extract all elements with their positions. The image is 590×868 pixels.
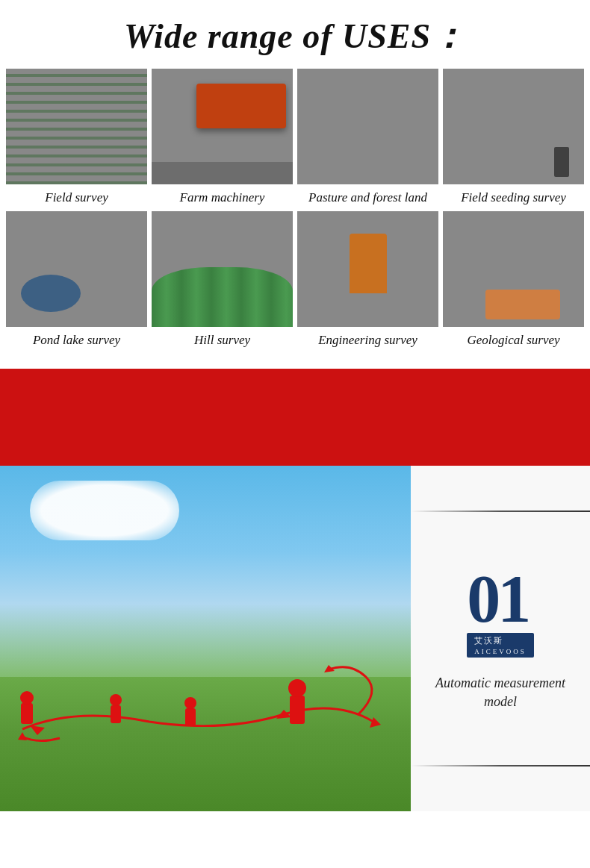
- auto-measure-label: Automatic measurement model: [426, 674, 575, 711]
- grid-item-field-survey: Field survey: [6, 69, 147, 208]
- field-seeding-image: [443, 69, 584, 184]
- geological-label: Geological survey: [465, 327, 561, 351]
- grid-item-farm-machinery: Farm machinery: [152, 69, 293, 208]
- red-banner: [0, 369, 590, 466]
- pasture-label: Pasture and forest land: [307, 184, 429, 208]
- grid-item-hill: Hill survey: [152, 211, 293, 351]
- pond-image: [6, 211, 147, 327]
- field-survey-label: Field survey: [43, 184, 110, 208]
- field-seeding-label: Field seeding survey: [459, 184, 568, 208]
- landscape-image: [0, 466, 411, 811]
- page-header: Wide range of USES：: [0, 0, 590, 69]
- info-panel: 01 艾沃斯AICEVOOS Automatic measurement mod…: [411, 466, 590, 811]
- farm-machinery-image: [152, 69, 293, 184]
- hill-image: [152, 211, 293, 327]
- pasture-image: [297, 69, 438, 184]
- svg-marker-11: [324, 665, 335, 672]
- geological-image: [443, 211, 584, 327]
- grid-row-1: Field survey Farm machinery Pasture and …: [6, 69, 584, 208]
- grid-item-pond: Pond lake survey: [6, 211, 147, 351]
- brand-logo: 艾沃斯AICEVOOS: [467, 633, 534, 658]
- grid-item-engineering: Engineering survey: [297, 211, 438, 351]
- engineering-label: Engineering survey: [317, 327, 419, 351]
- feature-number: 01: [467, 566, 534, 633]
- field-survey-image: [6, 69, 147, 184]
- grid-item-geological: Geological survey: [443, 211, 584, 351]
- uses-grid: Field survey Farm machinery Pasture and …: [0, 69, 590, 361]
- grid-row-2: Pond lake survey Hill survey Engineering…: [6, 211, 584, 351]
- pond-label: Pond lake survey: [31, 327, 122, 351]
- page-title: Wide range of USES：: [7, 13, 583, 60]
- hill-label: Hill survey: [193, 327, 252, 351]
- bottom-section: 01 艾沃斯AICEVOOS Automatic measurement mod…: [0, 466, 590, 811]
- grid-item-field-seeding: Field seeding survey: [443, 69, 584, 208]
- farm-machinery-label: Farm machinery: [178, 184, 267, 208]
- engineering-image: [297, 211, 438, 327]
- bottom-line: [411, 765, 590, 766]
- grid-item-pasture: Pasture and forest land: [297, 69, 438, 208]
- top-line: [411, 511, 590, 512]
- ground: [0, 677, 411, 811]
